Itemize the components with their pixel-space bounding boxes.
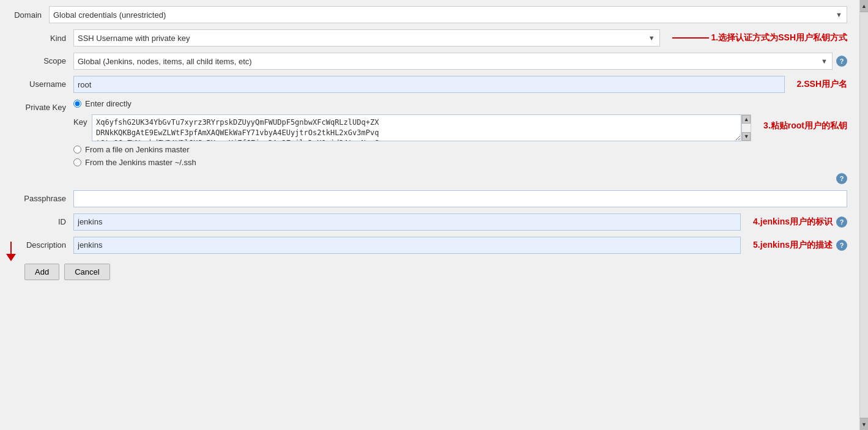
cancel-button[interactable]: Cancel: [64, 264, 109, 280]
scroll-down-btn[interactable]: ▼: [742, 132, 751, 141]
id-help-icon[interactable]: ?: [836, 217, 847, 228]
radio-from-ssh-input[interactable]: [73, 158, 81, 166]
domain-label: Domain: [12, 10, 49, 20]
radio-from-file-label[interactable]: From a file on Jenkins master: [85, 145, 190, 154]
scope-help-icon[interactable]: ?: [836, 56, 847, 67]
description-label: Description: [12, 237, 73, 250]
private-key-content: Enter directly Key ▲ ▼: [73, 99, 847, 184]
radio-enter-directly: Enter directly: [73, 99, 847, 108]
private-key-inner: Enter directly Key ▲ ▼: [73, 99, 847, 171]
kind-label: Kind: [12, 34, 73, 43]
id-input[interactable]: [73, 213, 741, 231]
id-annotation: 4.jenkins用户的标识: [753, 217, 833, 228]
scrollbar-up-btn[interactable]: ▲: [860, 0, 868, 12]
description-help-icon[interactable]: ?: [836, 240, 847, 251]
domain-row: Domain Global credentials (unrestricted)…: [12, 6, 847, 23]
buttons-row: Add Cancel: [12, 264, 847, 280]
description-input[interactable]: [73, 237, 741, 254]
domain-select-wrapper: Global credentials (unrestricted) ▼: [49, 6, 847, 23]
passphrase-input[interactable]: [73, 190, 847, 207]
page-scrollbar[interactable]: ▲ ▼: [859, 0, 868, 430]
scope-label: Scope: [12, 53, 73, 65]
passphrase-label: Passphrase: [12, 190, 73, 203]
description-content: 5.jenkins用户的描述 ?: [73, 237, 847, 254]
passphrase-row: Passphrase: [12, 190, 847, 207]
radio-from-file: From a file on Jenkins master: [73, 145, 847, 154]
radio-from-file-input[interactable]: [73, 146, 81, 154]
kind-content: SSH Username with private key ▼ 1.选择认证方式…: [73, 29, 847, 46]
username-label: Username: [12, 76, 73, 89]
key-area: Key ▲ ▼ 3.粘贴root用户的私钥: [73, 114, 847, 141]
scope-content: Global (Jenkins, nodes, items, all child…: [73, 53, 847, 70]
scope-select[interactable]: Global (Jenkins, nodes, items, all child…: [73, 53, 833, 70]
id-row: ID 4.jenkins用户的标识 ?: [12, 213, 847, 231]
radio-enter-directly-input[interactable]: [73, 100, 81, 108]
scrollbar-down-btn[interactable]: ▼: [860, 418, 868, 430]
domain-select[interactable]: Global credentials (unrestricted): [49, 6, 847, 23]
private-key-help-icon[interactable]: ?: [836, 173, 847, 184]
key-textarea[interactable]: [92, 114, 741, 141]
username-input[interactable]: [73, 76, 785, 93]
radio-from-ssh: From the Jenkins master ~/.ssh: [73, 158, 847, 167]
scroll-up-btn[interactable]: ▲: [742, 115, 751, 124]
add-button[interactable]: Add: [24, 264, 59, 280]
username-row: Username 2.SSH用户名: [12, 76, 847, 93]
scroll-track: [742, 124, 751, 132]
radio-enter-directly-label[interactable]: Enter directly: [85, 99, 132, 108]
key-inline-label: Key: [73, 114, 92, 127]
key-textarea-container: ▲ ▼: [92, 114, 751, 141]
passphrase-content: [73, 190, 847, 207]
kind-select-wrapper: SSH Username with private key ▼: [73, 29, 660, 46]
private-key-label: Private Key: [12, 99, 73, 112]
description-annotation: 5.jenkins用户的描述: [753, 240, 833, 251]
radio-from-ssh-label[interactable]: From the Jenkins master ~/.ssh: [85, 158, 196, 167]
scope-row: Scope Global (Jenkins, nodes, items, all…: [12, 53, 847, 70]
description-row: Description 5.jenkins用户的描述 ?: [12, 237, 847, 254]
down-arrow-indicator: [6, 242, 16, 261]
page-container: Domain Global credentials (unrestricted)…: [0, 0, 868, 430]
private-key-row: Private Key Enter directly Key ▲: [12, 99, 847, 184]
scrollbar-track: [860, 12, 868, 418]
username-annotation: 2.SSH用户名: [797, 79, 847, 90]
kind-annotation: 1.选择认证方式为SSH用户私钥方式: [672, 32, 847, 43]
scope-select-wrapper: Global (Jenkins, nodes, items, all child…: [73, 53, 833, 70]
id-content: 4.jenkins用户的标识 ?: [73, 213, 847, 231]
kind-row: Kind SSH Username with private key ▼ 1.选…: [12, 29, 847, 46]
username-content: 2.SSH用户名: [73, 76, 847, 93]
kind-select[interactable]: SSH Username with private key: [73, 29, 660, 46]
id-label: ID: [12, 213, 73, 226]
key-annotation: 3.粘贴root用户的私钥: [763, 114, 847, 132]
textarea-vscroll: ▲ ▼: [741, 114, 751, 141]
